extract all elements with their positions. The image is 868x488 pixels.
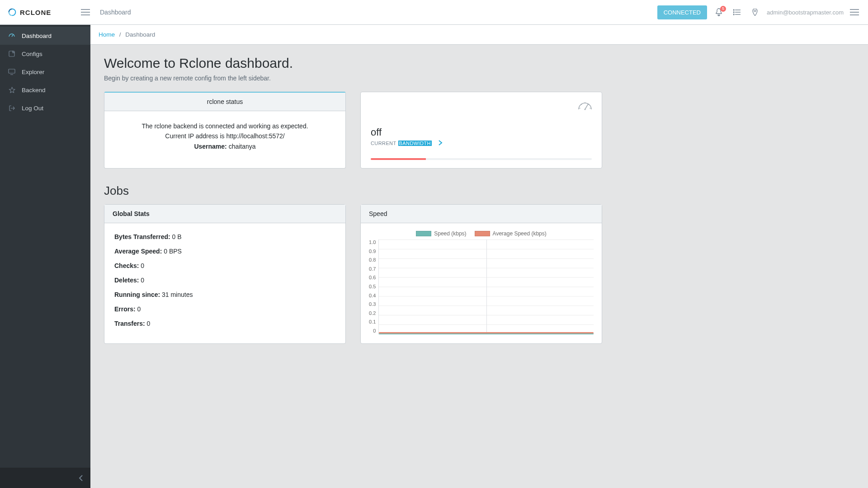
- main-content: Home / Dashboard Welcome to Rclone dashb…: [90, 25, 868, 488]
- speed-card: Speed Speed (kbps)Average Speed (kbps) 1…: [360, 204, 602, 344]
- sidebar-item-backend[interactable]: Backend: [0, 81, 90, 99]
- stat-row: Errors: 0: [114, 305, 335, 313]
- location-button[interactable]: [746, 3, 764, 21]
- user-email[interactable]: admin@bootstrapmaster.com: [767, 9, 844, 16]
- chart-series-line: [379, 332, 594, 333]
- screen-icon: [8, 68, 15, 75]
- connection-status-button[interactable]: CONNECTED: [657, 5, 707, 19]
- sidebar: Dashboard Configs Explorer Backend: [0, 25, 90, 488]
- stat-value: 0: [141, 277, 144, 284]
- tasks-button[interactable]: [728, 3, 746, 21]
- sidebar-item-label: Configs: [22, 51, 42, 57]
- page-subtitle: Begin by creating a new remote config fr…: [104, 75, 854, 82]
- legend-item[interactable]: Speed (kbps): [416, 230, 466, 237]
- svg-line-17: [585, 104, 588, 109]
- sidebar-item-logout[interactable]: Log Out: [0, 99, 90, 117]
- legend-label: Average Speed (kbps): [493, 230, 547, 237]
- status-line-username: Username: chaitanya: [114, 141, 335, 151]
- stat-row: Checks: 0: [114, 262, 335, 269]
- breadcrumb-current: Dashboard: [125, 31, 155, 38]
- stat-value: 0: [137, 305, 141, 313]
- list-icon: [733, 9, 741, 15]
- sidebar-minimize-button[interactable]: [0, 468, 90, 488]
- y-tick: 0.5: [369, 284, 376, 289]
- stat-value: 31 minutes: [162, 291, 193, 298]
- welcome-block: Welcome to Rclone dashboard. Begin by cr…: [104, 56, 854, 82]
- y-tick: 1.0: [369, 239, 376, 245]
- logout-icon: [8, 104, 15, 112]
- speedometer-icon: [8, 32, 15, 39]
- y-tick: 0.2: [369, 310, 376, 316]
- speed-chart: 1.00.90.80.70.60.50.40.30.20.10: [369, 239, 594, 334]
- sidebar-item-dashboard[interactable]: Dashboard: [0, 27, 90, 45]
- chart-legend: Speed (kbps)Average Speed (kbps): [369, 230, 594, 237]
- stat-label: Running since:: [114, 291, 162, 298]
- status-username-value: chaitanya: [229, 143, 256, 150]
- y-tick: 0.1: [369, 319, 376, 324]
- bandwidth-value: off: [371, 127, 592, 138]
- note-icon: [8, 50, 15, 57]
- legend-item[interactable]: Average Speed (kbps): [475, 230, 547, 237]
- bandwidth-label: CURRENT BANDWIDTH: [371, 140, 592, 146]
- stat-row: Transfers: 0: [114, 320, 335, 327]
- sidebar-toggle-button[interactable]: [79, 7, 92, 18]
- card-header: rclone status: [104, 93, 345, 111]
- stat-label: Checks:: [114, 262, 141, 269]
- card-header: Global Stats: [104, 205, 345, 223]
- brand-logo-icon: [7, 7, 17, 17]
- sidebar-nav: Dashboard Configs Explorer Backend: [0, 25, 90, 468]
- brand[interactable]: RCLONE: [7, 7, 68, 17]
- svg-point-9: [733, 14, 734, 15]
- stat-label: Errors:: [114, 305, 137, 313]
- status-ip-value: http://localhost:5572/: [226, 132, 284, 140]
- bandwidth-progress-fill: [371, 158, 426, 160]
- svg-line-13: [12, 35, 13, 37]
- stat-value: 0: [147, 320, 151, 327]
- y-tick: 0.7: [369, 266, 376, 272]
- status-line-ip: Current IP address is http://localhost:5…: [114, 131, 335, 141]
- svg-point-8: [733, 12, 734, 13]
- y-tick: 0: [369, 328, 376, 333]
- stat-label: Average Speed:: [114, 248, 164, 255]
- breadcrumb-separator: /: [119, 31, 121, 38]
- svg-line-20: [590, 108, 591, 108]
- stat-value: 0 BPS: [164, 248, 182, 255]
- y-tick: 0.8: [369, 257, 376, 263]
- page-title: Welcome to Rclone dashboard.: [104, 56, 854, 71]
- legend-label: Speed (kbps): [434, 230, 466, 237]
- y-tick: 0.3: [369, 301, 376, 307]
- notification-count-badge: 5: [720, 6, 726, 12]
- sidebar-item-label: Explorer: [22, 69, 44, 75]
- global-stats-card: Global Stats Bytes Transferred: 0 BAvera…: [104, 204, 346, 344]
- svg-point-18: [585, 109, 586, 110]
- location-pin-icon: [752, 9, 758, 16]
- sidebar-item-configs[interactable]: Configs: [0, 45, 90, 63]
- status-line-connected: The rclone backend is connected and work…: [114, 121, 335, 131]
- stat-row: Average Speed: 0 BPS: [114, 248, 335, 255]
- card-header: Speed: [361, 205, 602, 223]
- chart-plot-area: [378, 239, 594, 334]
- sidebar-item-explorer[interactable]: Explorer: [0, 63, 90, 81]
- chevron-right-icon: [438, 140, 443, 145]
- chart-gridline: [486, 239, 487, 334]
- bandwidth-settings-button[interactable]: [438, 140, 443, 146]
- star-icon: [8, 86, 15, 94]
- sidebar-item-label: Backend: [22, 87, 46, 94]
- brand-name: RCLONE: [20, 9, 51, 16]
- header-page-title: Dashboard: [100, 9, 131, 16]
- legend-swatch: [475, 231, 490, 236]
- stat-row: Deletes: 0: [114, 277, 335, 284]
- svg-rect-15: [9, 69, 15, 73]
- stat-label: Transfers:: [114, 320, 147, 327]
- bandwidth-progress: [371, 158, 592, 160]
- chevron-left-icon: [79, 475, 83, 481]
- breadcrumb-home-link[interactable]: Home: [99, 31, 115, 38]
- aside-toggle-button[interactable]: [848, 7, 861, 18]
- chart-y-axis: 1.00.90.80.70.60.50.40.30.20.10: [369, 239, 378, 334]
- jobs-heading: Jobs: [104, 184, 854, 198]
- stat-row: Running since: 31 minutes: [114, 291, 335, 298]
- notifications-button[interactable]: 5: [710, 3, 728, 21]
- legend-swatch: [416, 231, 431, 236]
- sidebar-item-label: Log Out: [22, 105, 43, 112]
- stat-value: 0: [141, 262, 144, 269]
